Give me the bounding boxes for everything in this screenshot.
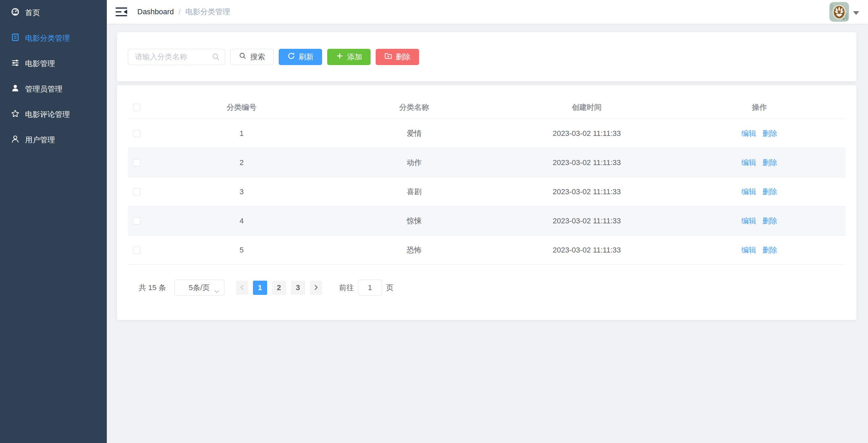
cell-id: 3 xyxy=(155,187,328,196)
sidebar-item-label: 首页 xyxy=(25,8,40,18)
edit-link[interactable]: 编辑 xyxy=(742,246,756,254)
delete-link[interactable]: 删除 xyxy=(763,129,777,138)
table-row: 3 喜剧 2023-03-02 11:11:33 编辑删除 xyxy=(128,177,846,206)
user-outline-icon xyxy=(11,135,20,145)
add-button[interactable]: 添加 xyxy=(327,49,371,65)
star-icon xyxy=(11,109,20,120)
table-row: 5 恐怖 2023-03-02 11:11:33 编辑删除 xyxy=(128,236,846,265)
refresh-button[interactable]: 刷新 xyxy=(279,49,322,65)
pagination: 共 15 条 5条/页 1 2 xyxy=(128,280,846,296)
caret-down-icon[interactable] xyxy=(853,11,859,15)
avatar[interactable] xyxy=(829,2,849,22)
cell-created: 2023-03-02 11:11:33 xyxy=(500,246,673,255)
admin-solid-icon xyxy=(11,84,20,95)
table-row: 1 爱情 2023-03-02 11:11:33 编辑删除 xyxy=(128,119,846,148)
row-checkbox[interactable] xyxy=(133,246,140,254)
breadcrumb-separator: / xyxy=(179,7,181,16)
row-checkbox[interactable] xyxy=(133,188,140,196)
goto-unit-label: 页 xyxy=(386,283,394,293)
delete-link[interactable]: 删除 xyxy=(763,217,777,225)
chevron-right-icon xyxy=(314,283,318,292)
cell-id: 1 xyxy=(155,129,328,138)
page-button-2[interactable]: 2 xyxy=(272,281,286,295)
sidebar-item-comments[interactable]: 电影评论管理 xyxy=(0,102,107,127)
page-button-1[interactable]: 1 xyxy=(253,281,267,295)
topbar: Dashboard / 电影分类管理 xyxy=(107,0,868,24)
sidebar-item-users[interactable]: 用户管理 xyxy=(0,127,107,153)
delete-button[interactable]: 删除 xyxy=(376,49,419,65)
sidebar-item-label: 用户管理 xyxy=(25,135,55,145)
sidebar-item-home[interactable]: 首页 xyxy=(0,0,107,25)
column-header-id: 分类编号 xyxy=(155,102,328,113)
sidebar-item-movie-category[interactable]: 电影分类管理 xyxy=(0,25,107,51)
table-row: 4 惊悚 2023-03-02 11:11:33 编辑删除 xyxy=(128,206,846,236)
page-size-select[interactable]: 5条/页 xyxy=(174,280,224,296)
refresh-icon xyxy=(287,52,295,62)
table-header-row: 分类编号 分类名称 创建时间 操作 xyxy=(128,96,846,119)
column-header-actions: 操作 xyxy=(673,102,846,113)
goto-page-input[interactable] xyxy=(358,280,382,296)
row-checkbox[interactable] xyxy=(133,159,140,166)
cell-name: 喜剧 xyxy=(328,187,500,197)
row-checkbox[interactable] xyxy=(133,130,140,137)
search-input[interactable] xyxy=(128,49,225,65)
cell-id: 4 xyxy=(155,217,328,225)
delete-link[interactable]: 删除 xyxy=(763,158,777,167)
main-content: 搜索 刷新 添加 xyxy=(107,24,868,443)
cell-name: 惊悚 xyxy=(328,216,500,226)
goto-label: 前往 xyxy=(339,283,354,293)
sidebar-item-movie[interactable]: 电影管理 xyxy=(0,51,107,76)
chevron-left-icon xyxy=(240,283,244,292)
search-button[interactable]: 搜索 xyxy=(230,49,274,65)
cell-created: 2023-03-02 11:11:33 xyxy=(500,187,673,196)
cell-created: 2023-03-02 11:11:33 xyxy=(500,217,673,225)
cell-name: 恐怖 xyxy=(328,245,500,255)
cell-created: 2023-03-02 11:11:33 xyxy=(500,158,673,167)
sidebar-item-label: 管理员管理 xyxy=(25,84,62,94)
cell-name: 爱情 xyxy=(328,128,500,139)
column-header-created: 创建时间 xyxy=(500,102,673,113)
category-table-card: 分类编号 分类名称 创建时间 操作 1 爱情 2023-03-02 11:11:… xyxy=(117,85,856,320)
breadcrumb: Dashboard / 电影分类管理 xyxy=(137,7,230,17)
row-checkbox[interactable] xyxy=(133,217,140,225)
sidebar-fold-icon[interactable] xyxy=(116,7,128,17)
chevron-down-icon xyxy=(214,286,219,295)
pagination-total: 共 15 条 xyxy=(139,283,166,293)
delete-link[interactable]: 删除 xyxy=(763,246,777,254)
column-header-name: 分类名称 xyxy=(328,102,500,113)
breadcrumb-current: 电影分类管理 xyxy=(185,7,230,17)
sliders-icon xyxy=(11,58,20,69)
sidebar-item-admin[interactable]: 管理员管理 xyxy=(0,76,107,102)
dashboard-icon xyxy=(11,7,20,18)
search-icon xyxy=(212,53,220,63)
cell-name: 动作 xyxy=(328,158,500,168)
cell-id: 2 xyxy=(155,158,328,167)
sidebar-item-label: 电影评论管理 xyxy=(25,109,70,120)
edit-link[interactable]: 编辑 xyxy=(742,129,756,138)
table-row: 2 动作 2023-03-02 11:11:33 编辑删除 xyxy=(128,148,846,177)
delete-link[interactable]: 删除 xyxy=(763,187,777,196)
next-page-button[interactable] xyxy=(310,281,322,295)
page-button-3[interactable]: 3 xyxy=(291,281,305,295)
select-all-checkbox[interactable] xyxy=(133,104,140,111)
folder-delete-icon xyxy=(384,52,392,62)
sidebar: 首页 电影分类管理 电影管理 xyxy=(0,0,107,443)
edit-link[interactable]: 编辑 xyxy=(742,158,756,167)
breadcrumb-root[interactable]: Dashboard xyxy=(137,7,174,16)
search-icon xyxy=(239,52,247,62)
prev-page-button[interactable] xyxy=(236,281,248,295)
search-box xyxy=(128,49,225,65)
toolbar: 搜索 刷新 添加 xyxy=(117,32,856,81)
edit-link[interactable]: 编辑 xyxy=(742,187,756,196)
edit-link[interactable]: 编辑 xyxy=(742,217,756,225)
sidebar-item-label: 电影分类管理 xyxy=(25,33,70,43)
sidebar-item-label: 电影管理 xyxy=(25,59,55,69)
cell-created: 2023-03-02 11:11:33 xyxy=(500,129,673,138)
document-icon xyxy=(11,33,20,44)
plus-icon xyxy=(336,52,344,62)
cell-id: 5 xyxy=(155,246,328,255)
